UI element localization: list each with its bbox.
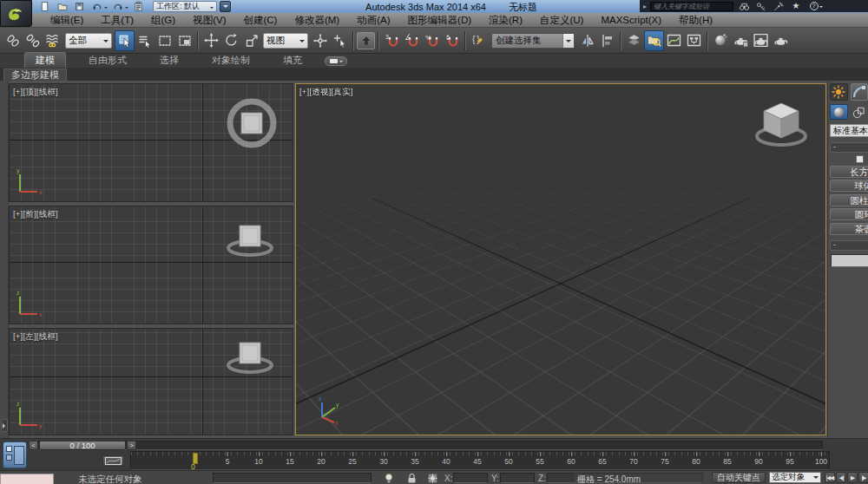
snap-angle-icon[interactable] [402,30,422,51]
dropdown-arrow-box[interactable] [562,34,574,48]
ribbon-minimize-button[interactable] [325,56,347,66]
torus-button[interactable]: 圆环 [830,208,868,220]
material-editor-icon[interactable] [711,30,731,51]
create-tab-icon[interactable] [830,83,848,101]
tab-freeform[interactable]: 自由形式 [78,53,137,68]
isolate-bulb-icon[interactable] [382,472,396,484]
viewcube-top[interactable] [223,95,280,152]
menu-item-modifiers[interactable]: 修改器(M) [286,14,348,27]
undo-flyout-caret[interactable] [104,7,108,10]
vp-shading-menu[interactable]: [线框] [36,331,58,343]
scale-icon[interactable] [241,30,261,51]
viewcube-perspective[interactable] [753,96,810,150]
project-clipboard-icon[interactable] [130,1,147,12]
search-binoculars-icon[interactable] [737,1,751,11]
redo-flyout-caret[interactable] [125,7,128,10]
rollout-object-type[interactable]: - [830,142,868,153]
keyboard-override-icon[interactable] [357,32,375,49]
menu-item-tools[interactable]: 工具(T) [92,14,142,27]
align-icon[interactable] [597,30,617,51]
rotate-icon[interactable] [221,30,241,51]
object-name-field[interactable] [831,254,868,267]
select-link-icon[interactable] [3,30,23,51]
vp-general-menu[interactable]: [+] [13,87,23,98]
rollout-name-color[interactable]: - [830,240,868,251]
infocenter-arrow[interactable]: ▸ [643,3,647,10]
redo-icon[interactable] [109,1,126,12]
named-selection-sets-dropdown[interactable]: 创建选择集 [491,33,575,49]
select-manipulate-icon[interactable] [330,30,350,51]
geometry-category-icon[interactable] [830,104,848,120]
teapot-button[interactable]: 茶壶 [830,223,868,235]
vp-general-menu[interactable]: [+] [13,209,23,220]
status-field[interactable] [213,473,372,483]
layers-icon[interactable] [624,30,644,51]
menu-item-maxscript[interactable]: MAXScript(X) [592,15,670,25]
vp-shading-menu[interactable]: [线框] [36,209,58,220]
tab-object-paint[interactable]: 对象绘制 [201,53,260,68]
communication-icon[interactable] [772,1,786,11]
next-frame-playback-button[interactable]: |▶ [858,472,868,483]
time-slider-handle[interactable]: 0 / 100 [39,441,126,450]
viewport-perspective[interactable]: [+] [透视] [真实] z y x [295,83,826,435]
menu-item-help[interactable]: 帮助(H) [670,14,721,27]
viewport-left[interactable]: [+] [左] [线框] z y [9,328,293,435]
tab-polygon-modeling[interactable]: 多边形建模 [3,69,67,81]
favorites-star-icon[interactable]: ★ [789,1,803,11]
menu-item-graph-editors[interactable]: 图形编辑器(D) [399,14,480,27]
tab-modeling[interactable]: 建模 [24,52,66,68]
play-button[interactable]: ▶ [847,472,858,483]
box-button[interactable]: 长方体 [830,166,868,178]
key-filter-dropdown[interactable]: 选定对象 [769,472,821,483]
sphere-button[interactable]: 球体 [830,180,868,192]
next-frame-button[interactable]: > [127,441,136,450]
selection-lock-icon[interactable] [404,472,418,484]
track-bar[interactable]: 0 51015202530354045505560657075808590951… [130,451,830,470]
new-file-icon[interactable] [36,1,53,12]
selection-filter-dropdown[interactable]: 全部 [65,33,112,49]
modify-tab-icon[interactable] [851,83,868,101]
mini-curve-editor-button[interactable] [102,455,124,467]
menu-item-customize[interactable]: 自定义(U) [531,14,592,27]
mirror-icon[interactable] [577,30,597,51]
use-pivot-center-icon[interactable] [310,30,330,51]
rect-region-icon[interactable] [155,30,174,51]
autogrid-checkbox[interactable] [856,155,864,163]
undo-icon[interactable] [89,1,105,12]
save-file-icon[interactable] [71,1,88,12]
vp-pov-menu[interactable]: [透视] [309,87,331,98]
go-to-start-button[interactable]: |◀◀ [825,472,835,483]
bind-spacewarp-icon[interactable] [43,30,62,51]
select-by-name-icon[interactable] [135,30,155,51]
vp-pov-menu[interactable]: [左] [23,331,36,343]
x-coordinate-field[interactable] [453,473,488,483]
window-crossing-icon[interactable] [174,30,194,51]
snap-percent-icon[interactable]: % [422,30,442,51]
select-object-icon[interactable] [115,30,135,51]
workspace-dropdown[interactable]: 工作区: 默认 [153,1,217,12]
vp-pov-menu[interactable]: [前] [23,209,36,220]
y-coordinate-field[interactable] [500,473,535,483]
snap-3d-icon[interactable]: 3 [382,30,402,51]
move-icon[interactable] [201,30,221,51]
menu-item-create[interactable]: 创建(C) [234,14,286,27]
snap-spinner-icon[interactable] [442,30,462,51]
scene-explorer-icon[interactable] [644,30,664,51]
viewcube-left[interactable] [225,336,275,377]
primitive-category-dropdown[interactable]: 标准基本体 [830,124,868,137]
named-sets-icon[interactable]: { } [469,30,489,51]
render-setup-icon[interactable] [731,30,751,51]
menu-item-views[interactable]: 视图(V) [184,14,234,27]
viewcube-front[interactable] [225,219,275,260]
previous-frame-playback-button[interactable]: ◀| [836,472,846,483]
viewport-top[interactable]: [+] [顶] [线框] y x [9,83,293,202]
viewport-layout-tab-button[interactable] [3,441,27,468]
menu-item-group[interactable]: 组(G) [142,14,184,27]
menu-item-edit[interactable]: 编辑(E) [42,14,92,27]
maxscript-mini-listener[interactable] [0,474,54,484]
shapes-category-icon[interactable] [851,104,868,120]
rendered-frame-icon[interactable] [751,30,771,51]
render-icon[interactable] [771,30,791,51]
workspace-flyout-button[interactable] [220,1,231,12]
auto-key-button[interactable]: 自动关键点 [712,472,766,483]
